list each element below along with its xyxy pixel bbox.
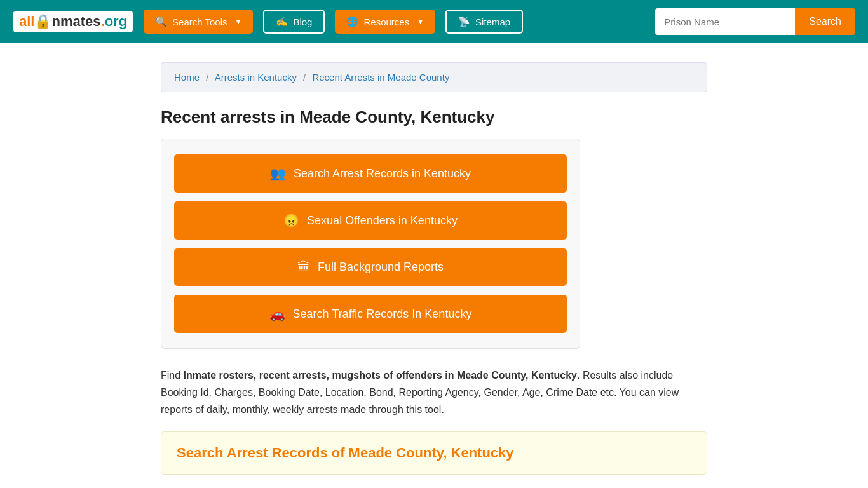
header-search-form: Search (655, 8, 855, 35)
background-reports-button[interactable]: 🏛 Full Background Reports (174, 248, 567, 286)
nav-sitemap[interactable]: 📡 Sitemap (445, 10, 523, 34)
offender-icon: 😠 (283, 213, 299, 228)
resources-icon: 🌐 (346, 16, 358, 27)
header-search-button[interactable]: Search (795, 8, 855, 35)
nav-search-tools-label: Search Tools (172, 17, 227, 27)
nav-sitemap-label: Sitemap (475, 17, 510, 27)
description-paragraph: Find Inmate rosters, recent arrests, mug… (161, 367, 707, 419)
page-title: Recent arrests in Meade County, Kentucky (161, 107, 707, 127)
blog-icon: ✍ (276, 16, 288, 27)
people-icon: 👥 (270, 166, 286, 181)
sexual-offenders-label: Sexual Offenders in Kentucky (307, 214, 458, 227)
site-logo[interactable]: all🔒nmates.org (13, 11, 133, 32)
chevron-down-icon: ▼ (235, 18, 242, 25)
nav-resources-label: Resources (363, 17, 409, 27)
logo-all: all (19, 13, 34, 30)
arrest-search-title: Search Arrest Records of Meade County, K… (177, 445, 691, 461)
breadcrumb-sep-2: / (303, 72, 306, 83)
breadcrumb-sep-1: / (206, 72, 208, 83)
sitemap-icon: 📡 (458, 16, 470, 27)
site-header: all🔒nmates.org 🔍 Search Tools ▼ ✍ Blog 🌐… (0, 0, 868, 43)
traffic-records-label: Search Traffic Records In Kentucky (293, 308, 472, 321)
search-tools-icon: 🔍 (155, 16, 167, 27)
background-reports-label: Full Background Reports (318, 261, 444, 274)
breadcrumb-arrests-ky[interactable]: Arrests in Kentucky (215, 72, 297, 83)
search-arrest-label: Search Arrest Records in Kentucky (294, 167, 471, 180)
description-bold: Inmate rosters, recent arrests, mugshots… (184, 370, 577, 381)
breadcrumb-current: Recent Arrests in Meade County (312, 72, 449, 83)
logo-icon: 🔒 (34, 13, 51, 30)
main-content: Home / Arrests in Kentucky / Recent Arre… (148, 62, 720, 475)
search-arrest-button[interactable]: 👥 Search Arrest Records in Kentucky (174, 154, 567, 193)
header-search-label: Search (809, 16, 841, 27)
prison-name-input[interactable] (655, 8, 795, 35)
traffic-records-button[interactable]: 🚗 Search Traffic Records In Kentucky (174, 295, 567, 333)
sexual-offenders-button[interactable]: 😠 Sexual Offenders in Kentucky (174, 201, 567, 240)
chevron-down-icon-2: ▼ (417, 18, 424, 25)
arrest-search-section: Search Arrest Records of Meade County, K… (161, 431, 707, 475)
nav-blog[interactable]: ✍ Blog (263, 10, 325, 34)
breadcrumb-home[interactable]: Home (174, 72, 200, 83)
nav-blog-label: Blog (293, 17, 312, 27)
logo-org: org (105, 13, 127, 30)
car-icon: 🚗 (269, 306, 285, 322)
building-icon: 🏛 (297, 260, 310, 274)
nav-search-tools[interactable]: 🔍 Search Tools ▼ (144, 10, 253, 34)
breadcrumb: Home / Arrests in Kentucky / Recent Arre… (161, 62, 707, 92)
nav-resources[interactable]: 🌐 Resources ▼ (335, 10, 435, 34)
description-prefix: Find (161, 370, 184, 381)
logo-inmates: nmates (51, 13, 100, 30)
action-buttons-card: 👥 Search Arrest Records in Kentucky 😠 Se… (161, 139, 580, 349)
